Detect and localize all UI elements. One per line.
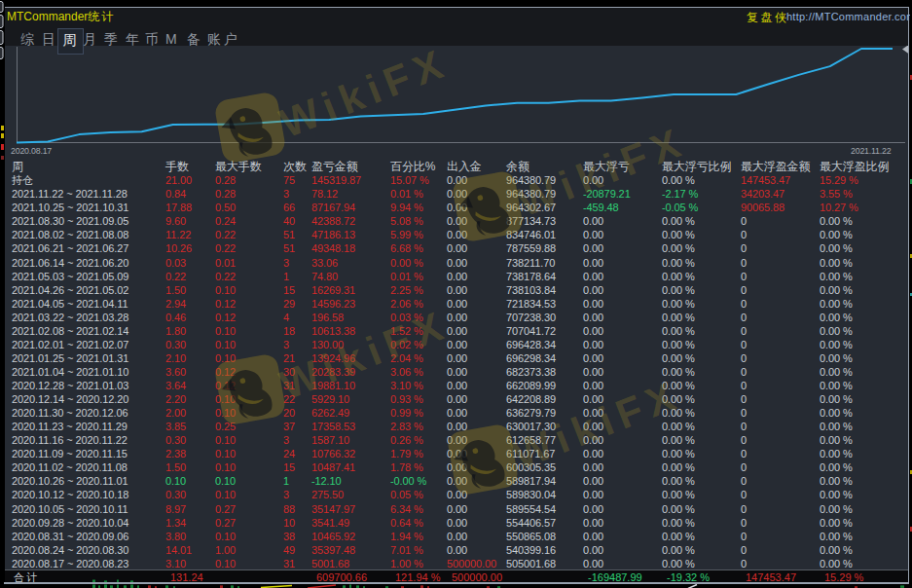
svg-text:2020.08.17: 2020.08.17 (11, 146, 52, 156)
svg-text:2021.11.22: 2021.11.22 (851, 146, 892, 156)
